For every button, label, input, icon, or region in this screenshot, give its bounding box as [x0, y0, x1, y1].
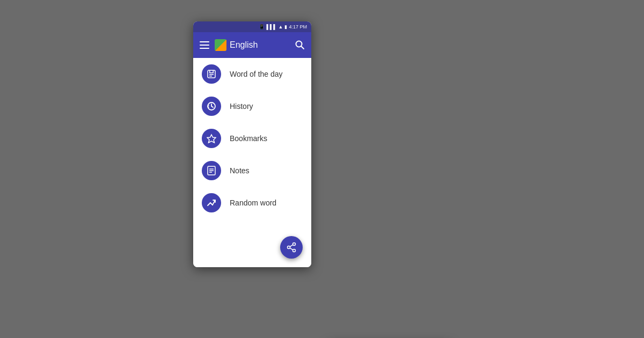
left-phone-content: Word of the day History Bookmarks	[193, 58, 311, 267]
svg-point-20	[293, 243, 296, 246]
menu-item-history[interactable]: History	[193, 90, 311, 122]
bookmarks-label: Bookmarks	[230, 134, 267, 143]
fab-share-left[interactable]	[280, 236, 303, 259]
status-time-left: 4:17 PM	[289, 24, 307, 30]
menu-item-bookmarks[interactable]: Bookmarks	[193, 122, 311, 155]
word-of-day-icon-circle	[202, 64, 221, 84]
menu-item-word-of-day[interactable]: Word of the day	[193, 58, 311, 90]
phone-left: 📱 ▌▌▌ ▲ ▮ 4:17 PM English	[193, 21, 311, 267]
battery-icon: ▮	[284, 24, 287, 30]
hamburger-menu-icon[interactable]	[200, 41, 209, 49]
svg-line-24	[290, 248, 293, 250]
svg-rect-10	[213, 70, 214, 72]
status-bar-left: 📱 ▌▌▌ ▲ ▮ 4:17 PM	[193, 21, 311, 32]
notes-icon-circle	[202, 161, 221, 180]
bookmarks-icon-circle	[202, 129, 221, 148]
svg-point-22	[288, 246, 290, 249]
svg-point-21	[293, 249, 296, 252]
svg-rect-7	[209, 74, 214, 75]
svg-marker-12	[207, 135, 216, 143]
random-word-label: Random word	[230, 199, 276, 207]
history-label: History	[230, 102, 253, 111]
app-bar-title-left: English	[215, 39, 290, 51]
history-icon-circle	[202, 97, 221, 116]
svg-rect-0	[200, 41, 209, 42]
wifi-icon: ▲	[279, 24, 283, 30]
svg-line-23	[290, 245, 293, 247]
menu-item-notes[interactable]: Notes	[193, 155, 311, 187]
svg-rect-1	[200, 45, 209, 46]
notes-label: Notes	[230, 166, 250, 175]
app-bar-left: English	[193, 32, 311, 58]
svg-rect-6	[209, 72, 214, 74]
app-logo-icon	[215, 39, 226, 51]
svg-rect-2	[200, 48, 209, 49]
random-word-icon-circle	[202, 193, 221, 212]
svg-rect-9	[209, 70, 210, 72]
signal-bars: ▌▌▌	[266, 24, 276, 30]
word-of-day-label: Word of the day	[230, 70, 283, 78]
search-icon-left[interactable]	[295, 40, 305, 50]
svg-rect-8	[209, 76, 212, 77]
phone-icon: 📱	[259, 24, 265, 30]
svg-line-4	[301, 46, 304, 49]
menu-item-random-word[interactable]: Random word	[193, 187, 311, 219]
svg-line-17	[208, 203, 210, 205]
